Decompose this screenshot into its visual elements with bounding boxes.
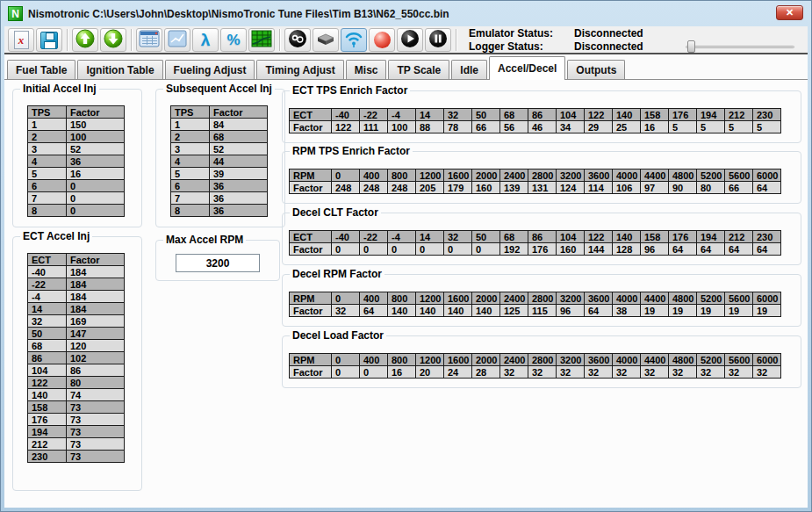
value-cell[interactable]: 16	[641, 121, 669, 133]
axis-cell[interactable]: -22	[360, 231, 388, 243]
value-cell[interactable]: 74	[67, 389, 125, 401]
axis-cell[interactable]: 1600	[444, 354, 472, 366]
value-cell[interactable]: 8	[28, 205, 67, 217]
axis-cell[interactable]: 3200	[557, 292, 585, 305]
axis-cell[interactable]: 2000	[472, 354, 500, 366]
value-cell[interactable]: 38	[613, 305, 641, 317]
graph-view-button[interactable]	[164, 28, 190, 52]
value-cell[interactable]: 5	[669, 121, 697, 133]
value-cell[interactable]: 0	[388, 243, 416, 256]
axis-cell[interactable]: 158	[641, 109, 669, 121]
axis-cell[interactable]: 0	[332, 292, 360, 305]
value-cell[interactable]: 0	[67, 205, 125, 217]
value-cell[interactable]: 184	[67, 303, 125, 315]
value-cell[interactable]: 97	[641, 182, 669, 194]
value-cell[interactable]: 73	[67, 426, 125, 438]
download-button[interactable]	[100, 28, 126, 52]
value-cell[interactable]: 68	[210, 131, 268, 143]
value-cell[interactable]: 205	[416, 182, 444, 194]
axis-cell[interactable]: 6000	[753, 292, 781, 305]
value-cell[interactable]: 32	[753, 366, 781, 379]
axis-cell[interactable]: 230	[753, 109, 781, 121]
axis-cell[interactable]: 3200	[557, 354, 585, 366]
value-cell[interactable]: -22	[28, 278, 67, 291]
play-button[interactable]	[397, 28, 423, 52]
axis-cell[interactable]: 800	[388, 169, 416, 182]
axis-cell[interactable]: 194	[697, 109, 725, 121]
value-cell[interactable]: 5	[28, 168, 67, 180]
axis-cell[interactable]: 86	[528, 231, 557, 243]
axis-cell[interactable]: 104	[557, 109, 585, 121]
value-cell[interactable]: 56	[500, 121, 528, 133]
axis-cell[interactable]: 68	[500, 109, 528, 121]
value-cell[interactable]: 34	[557, 121, 585, 133]
close-button[interactable]: ✕	[776, 5, 803, 20]
value-cell[interactable]: 7	[28, 192, 67, 205]
axis-cell[interactable]: 1200	[416, 169, 444, 182]
axis-cell[interactable]: 5600	[725, 354, 753, 366]
map-trace-button[interactable]	[248, 28, 275, 52]
value-cell[interactable]: 169	[67, 315, 125, 328]
tab-fuel-table[interactable]: Fuel Table	[7, 60, 75, 79]
axis-cell[interactable]: 4400	[641, 169, 669, 182]
value-cell[interactable]: 29	[585, 121, 613, 133]
value-cell[interactable]: 80	[67, 377, 125, 389]
axis-cell[interactable]: -40	[332, 231, 360, 243]
value-cell[interactable]: 78	[444, 121, 472, 133]
axis-cell[interactable]: 5600	[725, 169, 753, 182]
axis-cell[interactable]: 4000	[613, 169, 641, 182]
axis-cell[interactable]: 2800	[528, 169, 557, 182]
value-cell[interactable]: 64	[753, 182, 781, 194]
value-cell[interactable]: 147	[67, 328, 125, 340]
value-cell[interactable]: 100	[388, 121, 416, 133]
value-cell[interactable]: 46	[528, 121, 557, 133]
value-cell[interactable]: 122	[28, 377, 67, 389]
value-cell[interactable]: 2	[171, 131, 210, 143]
value-cell[interactable]: 0	[360, 366, 388, 379]
value-cell[interactable]: 32	[585, 366, 613, 379]
value-cell[interactable]: 19	[669, 305, 697, 317]
axis-cell[interactable]: 4000	[613, 292, 641, 305]
axis-cell[interactable]: 140	[613, 231, 641, 243]
value-cell[interactable]: 1	[28, 119, 67, 131]
value-cell[interactable]: 115	[528, 305, 557, 317]
axis-cell[interactable]: 86	[528, 109, 557, 121]
tab-tp-scale[interactable]: TP Scale	[388, 60, 449, 79]
axis-cell[interactable]: 0	[332, 169, 360, 182]
axis-cell[interactable]: 4400	[641, 292, 669, 305]
value-cell[interactable]: 73	[67, 438, 125, 451]
value-cell[interactable]: 248	[332, 182, 360, 194]
tab-ignition-table[interactable]: Ignition Table	[77, 60, 162, 79]
value-cell[interactable]: 73	[67, 401, 125, 414]
value-cell[interactable]: 64	[725, 243, 753, 256]
axis-cell[interactable]: 104	[557, 231, 585, 243]
value-cell[interactable]: 5	[171, 168, 210, 180]
value-cell[interactable]: 86	[28, 352, 67, 364]
slider-thumb[interactable]	[687, 40, 695, 53]
tab-idle[interactable]: Idle	[451, 60, 487, 79]
value-cell[interactable]: 39	[210, 168, 268, 180]
axis-cell[interactable]: 4800	[669, 354, 697, 366]
value-cell[interactable]: 140	[472, 305, 500, 317]
value-cell[interactable]: 73	[67, 414, 125, 426]
axis-cell[interactable]: 5600	[725, 292, 753, 305]
axis-cell[interactable]: 32	[444, 109, 472, 121]
value-cell[interactable]: 8	[171, 205, 210, 217]
axis-cell[interactable]: 5200	[697, 169, 725, 182]
value-cell[interactable]: 28	[472, 366, 500, 379]
value-cell[interactable]: -40	[28, 266, 67, 278]
value-cell[interactable]: 104	[28, 364, 67, 377]
value-cell[interactable]: 120	[67, 340, 125, 352]
axis-cell[interactable]: 176	[669, 109, 697, 121]
value-cell[interactable]: 16	[388, 366, 416, 379]
value-cell[interactable]: 184	[67, 291, 125, 303]
value-cell[interactable]: 179	[444, 182, 472, 194]
axis-cell[interactable]: 140	[613, 109, 641, 121]
value-cell[interactable]: 140	[444, 305, 472, 317]
value-cell[interactable]: 84	[210, 119, 268, 131]
axis-cell[interactable]: 2400	[500, 292, 528, 305]
value-cell[interactable]: 32	[500, 366, 528, 379]
axis-cell[interactable]: 212	[725, 109, 753, 121]
value-cell[interactable]: 52	[210, 143, 268, 155]
value-cell[interactable]: 36	[67, 155, 125, 168]
